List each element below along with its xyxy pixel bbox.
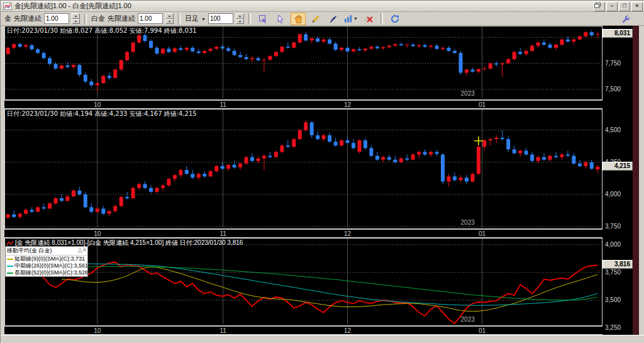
wrench-icon (621, 14, 630, 23)
toolbar: 金 先限連続 ▲▼ 白金 先限連続 ▲▼ 日足 ▼ ▲▼ (1, 12, 644, 26)
platinum-plot-area[interactable] (4, 109, 602, 229)
platinum-multiplier-input[interactable] (138, 13, 163, 24)
gold-price-axis[interactable]: 7,7507,5008,031 (602, 26, 633, 109)
chart-type-button[interactable]: ▼ (343, 13, 358, 25)
year-label: 2023 (461, 219, 475, 226)
bar-count-stepper[interactable]: ▲▼ (236, 13, 244, 24)
bar-chart-icon (344, 14, 353, 23)
price-axis-label: 3,750 (605, 269, 621, 276)
toolbar-separator (84, 13, 87, 25)
legend-row: 短期線(9)(0)(SMA)(C):3,731 (6, 256, 87, 262)
year-label: 2023 (461, 90, 475, 97)
time-axis-label: 01 (479, 230, 486, 237)
gold-ohlc-info: 日付:2023/01/30 始値:8,027 高値:8,052 安値:7,994… (7, 26, 197, 35)
app-window: 金[先限連続]1.00 - 白金[先限連続]1.00 – □ × 金 先限連続 … (0, 0, 644, 343)
window-title: 金[先限連続]1.00 - 白金[先限連続]1.00 (14, 1, 131, 11)
price-axis-label: 4,000 (605, 241, 621, 248)
gold-multiplier-stepper[interactable]: ▲▼ (72, 13, 80, 24)
sma-mid-label: 中期線(26)(0)(SMA)(C):3,561 (14, 262, 87, 269)
pointer-icon (275, 14, 286, 24)
current-price-tag: 4,215 (602, 162, 633, 171)
sma-mid-swatch (7, 266, 13, 267)
sma-long-label: 長期線(52)(0)(SMA)(C):3,528 (14, 269, 87, 276)
sma-short-label: 短期線(9)(0)(SMA)(C):3,731 (14, 256, 85, 262)
crosshair-select-icon (258, 14, 268, 24)
time-axis-label: 11 (219, 230, 226, 237)
title-bar[interactable]: 金[先限連続]1.00 - 白金[先限連続]1.00 – □ × (1, 1, 644, 12)
pencil-draw-tool-button[interactable] (308, 13, 323, 25)
spread-price-axis[interactable]: 4,0003,7503,5003,2503,816 (602, 238, 633, 335)
minimize-button[interactable]: – (606, 2, 618, 11)
current-price-tag: 8,031 (602, 29, 633, 38)
price-axis-label: 4,000 (605, 191, 621, 198)
close-button[interactable]: × (631, 2, 643, 11)
time-axis-label: 12 (344, 101, 351, 108)
moving-average-legend: 移動平均(金 白金) △× 短期線(9)(0)(SMA)(C):3,731 中期… (5, 246, 88, 277)
gold-chart-panel: 日付:2023/01/30 始値:8,027 高値:8,052 安値:7,994… (4, 26, 633, 109)
platinum-chart-svg (5, 110, 601, 227)
time-axis-label: 11 (219, 101, 226, 108)
price-axis-label: 7,750 (605, 60, 621, 67)
window-bottom-edge (1, 335, 644, 343)
legend-close-button[interactable]: × (83, 247, 86, 253)
year-label: 2023 (461, 316, 475, 323)
sma-long-swatch (7, 273, 13, 274)
spread-chart-svg (5, 239, 601, 324)
quill-pen-icon (328, 14, 338, 24)
crosshair-tool-button[interactable] (255, 13, 270, 25)
legend-collapse-button[interactable]: △ (78, 247, 82, 253)
platinum-symbol-label: 白金 (91, 14, 105, 23)
toolbar-separator (178, 13, 180, 25)
price-axis-label: 4,500 (605, 127, 621, 133)
chart-zone: 日付:2023/01/30 始値:8,027 高値:8,052 安値:7,994… (1, 26, 644, 335)
gold-series-label: 先限連続 (14, 14, 42, 23)
chart-window-icon (3, 3, 12, 10)
chevron-down-icon: ▼ (353, 16, 358, 21)
period-select[interactable]: 日足 ▼ (185, 14, 206, 23)
legend-title: 移動平均(金 白金) (7, 247, 52, 255)
time-axis-label: 10 (94, 327, 101, 334)
gold-plot-area[interactable] (4, 26, 602, 100)
time-axis-label: 01 (479, 327, 486, 334)
time-axis-label: 12 (344, 230, 351, 237)
right-edge-strip (633, 26, 639, 335)
refresh-button[interactable] (387, 13, 402, 25)
gold-chart-svg (5, 26, 601, 98)
current-price-tag: 3,816 (602, 260, 633, 269)
delete-chart-icon (364, 14, 374, 24)
pointer-tool-button[interactable] (273, 13, 288, 25)
gold-symbol-label: 金 (4, 14, 11, 23)
gold-multiplier-input[interactable] (44, 13, 69, 24)
platinum-multiplier-stepper[interactable]: ▲▼ (165, 13, 174, 24)
bar-count-input[interactable] (208, 13, 233, 24)
cascade-icon (594, 3, 601, 8)
price-axis-label: 3,250 (605, 324, 621, 331)
platinum-chart-panel: 日付:2023/01/30 始値:4,194 高値:4,233 安値:4,167… (4, 109, 633, 238)
platinum-price-axis[interactable]: 4,5004,2504,0003,7504,215 (602, 109, 633, 238)
cascade-windows-button[interactable] (594, 2, 605, 11)
time-axis-label: 12 (344, 327, 351, 334)
spread-plot-area[interactable] (4, 238, 602, 326)
time-axis-label: 11 (219, 327, 226, 334)
delete-indicator-button[interactable] (361, 13, 376, 25)
time-axis-label: 01 (479, 101, 486, 108)
spread-chart-panel: [金 先限連続 8,031×1.00]-[白金 先限連続 4,215×1.00]… (4, 238, 633, 335)
toolbar-separator (248, 13, 251, 25)
legend-row: 長期線(52)(0)(SMA)(C):3,528 (6, 269, 87, 276)
time-axis-label: 10 (94, 101, 101, 108)
hand-pan-tool-button[interactable] (291, 13, 306, 25)
platinum-time-axis: 10111201 (4, 229, 602, 238)
price-axis-label: 3,750 (605, 223, 621, 230)
pencil-icon (311, 14, 321, 24)
maximize-button[interactable]: □ (619, 2, 630, 11)
spread-time-axis: 10111201 (4, 326, 602, 335)
toolbar-separator (380, 13, 383, 25)
pen-annotate-tool-button[interactable] (326, 13, 341, 25)
price-axis-label: 3,500 (605, 296, 621, 303)
line-chart-icon (6, 240, 14, 246)
settings-button[interactable] (621, 14, 631, 24)
chevron-down-icon: ▼ (201, 17, 206, 21)
hand-icon (293, 14, 303, 24)
platinum-series-label: 先限連続 (108, 14, 135, 23)
time-axis-label: 10 (94, 230, 101, 237)
